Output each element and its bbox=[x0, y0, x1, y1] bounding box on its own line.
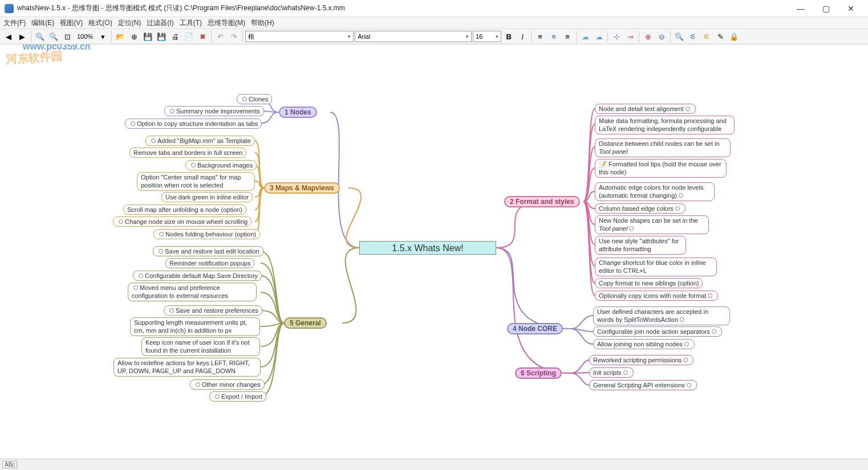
leaf-export-import[interactable]: Export / Import bbox=[209, 391, 266, 402]
leaf-other-minor[interactable]: Other minor changes bbox=[190, 379, 265, 390]
menu-file[interactable]: 文件(F) bbox=[3, 18, 26, 28]
statusbar: ABc bbox=[0, 459, 868, 470]
align-right-icon[interactable]: ≡ bbox=[561, 30, 574, 43]
branch-format[interactable]: 2 Format and styles bbox=[504, 196, 580, 207]
filter-off-icon[interactable]: ⚟ bbox=[700, 30, 713, 43]
leaf-distance-child[interactable]: Distance between child nodes can be set … bbox=[595, 138, 731, 157]
fontsize-combo[interactable]: 16 bbox=[473, 31, 501, 42]
print-icon[interactable]: 🖨 bbox=[169, 30, 181, 43]
leaf-init-scripts[interactable]: Init scripts bbox=[589, 367, 634, 378]
watermark-overlay: 河东软件园 bbox=[5, 48, 63, 68]
bold-icon[interactable]: B bbox=[502, 30, 515, 43]
filter-on-icon[interactable]: ⚟ bbox=[687, 30, 699, 43]
leaf-background-images[interactable]: Background images bbox=[185, 160, 257, 170]
zoom-level: 100% bbox=[77, 33, 93, 40]
leaf-copy-format-siblings[interactable]: Copy format to new siblings (option) bbox=[595, 278, 703, 288]
leaf-dark-green[interactable]: Use dark green in inline editor bbox=[161, 192, 253, 202]
mindmap-canvas[interactable]: 河东软件园 www.pc0359.cn 1.5.x Whats New! 1 N bbox=[0, 44, 868, 470]
align-center-icon[interactable]: ≡ bbox=[547, 30, 560, 43]
menu-navigate[interactable]: 定位(N) bbox=[118, 18, 141, 28]
zoom-in-icon[interactable]: 🔍 bbox=[34, 30, 46, 43]
link-remove-icon[interactable]: ⊖ bbox=[655, 30, 668, 43]
window-title: whatsNew-1.5.x - 思维导图 - 思维导图模式 模式 (只读) C… bbox=[17, 3, 788, 13]
new-child-icon[interactable]: ⊹ bbox=[610, 30, 623, 43]
leaf-split-words[interactable]: User defined characters are accepted in … bbox=[593, 306, 730, 325]
leaf-auto-edge-colors[interactable]: Automatic edge colors for node levels (a… bbox=[595, 182, 715, 201]
maximize-button[interactable]: ▢ bbox=[813, 1, 838, 17]
branch-core[interactable]: 4 Node CORE bbox=[507, 323, 563, 334]
leaf-scroll-unfold[interactable]: Scroll map after unfolding a node (optio… bbox=[123, 205, 246, 215]
leaf-attributes-style[interactable]: Use new style "attributes" for attribute… bbox=[595, 236, 686, 255]
open-icon[interactable]: 📂 bbox=[114, 30, 127, 43]
leaf-save-restore-prefs[interactable]: Save and restore preferences bbox=[164, 305, 262, 316]
leaf-scripting-perms[interactable]: Reworked scripting permissions bbox=[589, 355, 693, 365]
leaf-bigmap[interactable]: Added "BigMap.mm" as Template bbox=[145, 136, 255, 146]
zoom-dropdown-icon[interactable]: ▾ bbox=[96, 30, 109, 43]
style-combo[interactable]: 根 bbox=[245, 31, 354, 42]
branch-maps[interactable]: 3 Maps & Mapviews bbox=[264, 182, 340, 194]
font-combo[interactable]: Arial bbox=[355, 31, 472, 42]
leaf-center-small[interactable]: Option "Center small maps" for map posit… bbox=[137, 172, 255, 191]
menu-filter[interactable]: 过滤器(I) bbox=[147, 18, 173, 28]
cloud-color-icon[interactable]: ☁ bbox=[593, 30, 605, 43]
menu-edit[interactable]: 编辑(E) bbox=[31, 18, 54, 28]
minimize-button[interactable]: — bbox=[788, 1, 813, 17]
fit-icon[interactable]: ⊡ bbox=[61, 30, 74, 43]
leaf-clones[interactable]: Clones bbox=[237, 94, 272, 104]
undo-icon[interactable]: ↶ bbox=[214, 30, 226, 43]
branch-general[interactable]: 5 General bbox=[284, 317, 327, 329]
leaf-length-units[interactable]: Supporting length measurement units pt, … bbox=[130, 317, 260, 336]
status-abc: ABc bbox=[2, 461, 17, 468]
root-node[interactable]: 1.5.x Whats New! bbox=[359, 241, 496, 255]
leaf-remove-tabs[interactable]: Remove tabs and borders in full screen bbox=[129, 148, 246, 158]
leaf-node-shapes[interactable]: New Node shapes can be set in the Tool p… bbox=[595, 215, 709, 234]
menu-help[interactable]: 帮助(H) bbox=[251, 18, 274, 28]
menu-view[interactable]: 视图(V) bbox=[60, 18, 83, 28]
leaf-icon-name[interactable]: Keep icon name of user icon if it's not … bbox=[141, 337, 260, 356]
close-button[interactable]: ✕ bbox=[838, 1, 863, 17]
save-icon[interactable]: 💾 bbox=[141, 30, 154, 43]
branch-nodes[interactable]: 1 Nodes bbox=[279, 107, 317, 118]
leaf-data-formatting[interactable]: Make data formatting, formula processing… bbox=[595, 116, 735, 134]
leaf-tooltips[interactable]: 📝 Formatted tool tips (hold the mouse ov… bbox=[595, 159, 727, 178]
encrypt-icon[interactable]: 🔒 bbox=[728, 30, 740, 43]
link-add-icon[interactable]: ⊕ bbox=[642, 30, 654, 43]
leaf-redefine-keys[interactable]: Allow to redefine actions for keys LEFT,… bbox=[113, 358, 261, 377]
redo-icon[interactable]: ↷ bbox=[228, 30, 240, 43]
leaf-shortcut-blue[interactable]: Change shortcut for blue color in inline… bbox=[595, 258, 717, 276]
menu-format[interactable]: 格式(O) bbox=[88, 18, 112, 28]
leaf-folding-behaviour[interactable]: Nodes folding behaviour (option) bbox=[153, 229, 260, 239]
saveall-icon[interactable]: 💾 bbox=[155, 30, 168, 43]
leaf-join-separators[interactable]: Configurable join node action separators bbox=[593, 326, 722, 337]
new-sibling-icon[interactable]: ⊸ bbox=[624, 30, 636, 43]
url-watermark: www.pc0359.cn bbox=[23, 44, 91, 52]
find-icon[interactable]: 🔍 bbox=[673, 30, 686, 43]
leaf-summary-node[interactable]: Summary node improvements bbox=[164, 106, 264, 116]
leaf-save-restore-edit[interactable]: Save and restore last edit location bbox=[153, 246, 263, 256]
filter-edit-icon[interactable]: ✎ bbox=[714, 30, 727, 43]
close-map-icon[interactable]: ✖ bbox=[196, 30, 209, 43]
leaf-moved-menu[interactable]: Moved menu and preference configuration … bbox=[128, 283, 257, 301]
titlebar: whatsNew-1.5.x - 思维导图 - 思维导图模式 模式 (只读) C… bbox=[0, 0, 868, 17]
menu-mindmap[interactable]: 思维导图(M) bbox=[208, 18, 245, 28]
cloud-icon[interactable]: ☁ bbox=[579, 30, 591, 43]
prev-map-icon[interactable]: ◀ bbox=[2, 30, 15, 43]
align-left-icon[interactable]: ≡ bbox=[534, 30, 546, 43]
italic-icon[interactable]: I bbox=[516, 30, 529, 43]
next-map-icon[interactable]: ▶ bbox=[16, 30, 29, 43]
leaf-map-save-dir[interactable]: Configurable default Map Save Directory bbox=[133, 271, 262, 281]
menu-tools[interactable]: 工具(T) bbox=[180, 18, 202, 28]
leaf-column-edge[interactable]: Column based edge colors bbox=[595, 203, 686, 214]
pagesetup-icon[interactable]: 📄 bbox=[182, 30, 195, 43]
leaf-join-nonsibling[interactable]: Allow joining non sibling nodes bbox=[593, 339, 695, 349]
mindmap-edges bbox=[0, 44, 868, 470]
zoom-out-icon[interactable]: 🔍 bbox=[47, 30, 60, 43]
leaf-api-extensions[interactable]: General Scripting API extensions bbox=[589, 380, 697, 390]
leaf-reminder-popups[interactable]: Reminder notification popups bbox=[165, 258, 254, 268]
leaf-copy-icons[interactable]: Optionally copy icons with node format bbox=[595, 291, 718, 301]
new-icon[interactable]: ⊕ bbox=[128, 30, 140, 43]
leaf-node-size-wheel[interactable]: Change node size on mouse wheel scrollin… bbox=[113, 216, 252, 227]
branch-scripting[interactable]: 6 Scripting bbox=[515, 367, 562, 379]
leaf-text-alignment[interactable]: Node and detail text alignment bbox=[595, 104, 696, 114]
leaf-copy-structure[interactable]: Option to copy structure indentation as … bbox=[125, 118, 262, 129]
